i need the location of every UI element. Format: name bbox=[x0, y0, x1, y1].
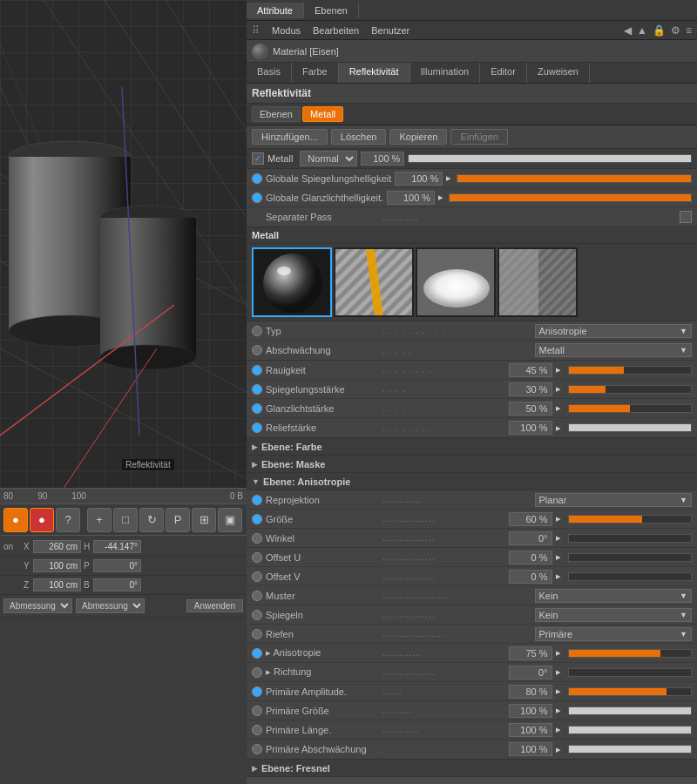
layer-opacity-slider[interactable] bbox=[408, 154, 692, 163]
tool-help[interactable]: ? bbox=[56, 508, 80, 532]
abschwachung-dot[interactable] bbox=[252, 345, 262, 355]
offset-u-value[interactable] bbox=[509, 551, 552, 564]
p-amplitude-dot[interactable] bbox=[252, 686, 262, 697]
anisotropie-val-slider[interactable] bbox=[568, 649, 693, 658]
glanzlichtstaerke-value[interactable] bbox=[509, 402, 552, 416]
ebene-maske-header[interactable]: ▶ Ebene: Maske bbox=[247, 456, 697, 473]
layer-opacity-input[interactable]: 100 % bbox=[361, 152, 404, 166]
more-icon[interactable]: ≡ bbox=[686, 24, 692, 37]
glanzlicht-st-dot[interactable] bbox=[252, 403, 262, 414]
winkel-dot[interactable] bbox=[252, 533, 262, 544]
winkel-slider[interactable] bbox=[568, 534, 693, 543]
richtung-value[interactable] bbox=[509, 666, 552, 679]
kopieren-button[interactable]: Kopieren bbox=[389, 129, 447, 145]
tool-grid[interactable]: ⊞ bbox=[192, 508, 216, 532]
spiegelungsstaerke-slider[interactable] bbox=[568, 385, 693, 394]
tab-farbe[interactable]: Farbe bbox=[292, 63, 339, 83]
lock-icon[interactable]: 🔒 bbox=[653, 24, 666, 37]
p-amplitude-slider[interactable] bbox=[568, 687, 693, 696]
abschwachung-dropdown[interactable]: Metall ▼ bbox=[535, 343, 693, 357]
abmessung-dropdown-1[interactable]: Abmessung bbox=[3, 598, 72, 613]
menu-modus[interactable]: Modus bbox=[272, 25, 301, 36]
tool-add[interactable]: + bbox=[87, 508, 112, 532]
tool-film[interactable]: ▣ bbox=[218, 508, 242, 532]
preview-mixed[interactable] bbox=[497, 247, 578, 317]
tab-attribute[interactable]: Attribute bbox=[247, 3, 304, 18]
ebene-anisotropie-header[interactable]: ▼ Ebene: Anisotropie bbox=[247, 473, 697, 490]
spiegelung-dot[interactable] bbox=[252, 173, 262, 184]
einfuegen-button[interactable]: Einfügen bbox=[450, 129, 507, 145]
richtung-dot[interactable] bbox=[252, 667, 262, 678]
riefen-dot[interactable] bbox=[252, 629, 262, 639]
tool-stop[interactable]: ● bbox=[30, 508, 54, 532]
spiegelung-st-stepper[interactable]: ▸ bbox=[556, 383, 565, 395]
prop-y-val[interactable]: 100 cm bbox=[33, 559, 81, 572]
tab-ebenen[interactable]: Ebenen bbox=[304, 3, 359, 18]
reliefstaerke-value[interactable] bbox=[509, 421, 552, 435]
arrow-up-icon[interactable]: ▲ bbox=[637, 24, 647, 37]
reprojektion-dot[interactable] bbox=[252, 495, 262, 505]
tab-illumination[interactable]: Illumination bbox=[410, 63, 481, 83]
p-amplitude-value[interactable] bbox=[509, 685, 552, 699]
relief-dot[interactable] bbox=[252, 422, 262, 433]
tool-rotate[interactable]: ↻ bbox=[139, 508, 164, 532]
p-abschwachung-dot[interactable] bbox=[252, 744, 262, 754]
tool-p[interactable]: P bbox=[166, 508, 190, 532]
ebene-fresnel-header[interactable]: ▶ Ebene: Fresnel bbox=[247, 760, 697, 777]
rauigkeit-stepper[interactable]: ▸ bbox=[556, 364, 565, 375]
offset-u-dot[interactable] bbox=[252, 552, 262, 563]
winkel-value[interactable] bbox=[509, 531, 552, 545]
p-laenge-value[interactable] bbox=[509, 723, 552, 737]
tool-play[interactable]: ● bbox=[3, 508, 28, 532]
offset-v-stepper[interactable]: ▸ bbox=[556, 571, 565, 582]
groesse-stepper[interactable]: ▸ bbox=[556, 513, 565, 524]
reliefstaerke-slider[interactable] bbox=[568, 423, 693, 432]
groesse-value[interactable] bbox=[509, 512, 552, 526]
p-laenge-slider[interactable] bbox=[568, 726, 693, 734]
riefen-dropdown[interactable]: Primäre ▼ bbox=[535, 627, 693, 641]
blend-mode-select[interactable]: Normal bbox=[300, 151, 357, 166]
prop-h-val[interactable]: -44.147° bbox=[93, 540, 141, 553]
abmessung-dropdown-2[interactable]: Abmessung bbox=[76, 598, 145, 613]
rauigkeit-dot[interactable] bbox=[252, 365, 262, 375]
hinzufuegen-button[interactable]: Hinzufügen... bbox=[252, 129, 328, 145]
glanzlicht-value[interactable] bbox=[387, 191, 435, 205]
offset-u-stepper[interactable]: ▸ bbox=[556, 551, 565, 563]
tool-box[interactable]: □ bbox=[113, 508, 138, 532]
loeschen-button[interactable]: Löschen bbox=[331, 129, 387, 145]
p-laenge-stepper[interactable]: ▸ bbox=[556, 724, 565, 735]
p-laenge-dot[interactable] bbox=[252, 725, 262, 735]
sep-pass-checkbox[interactable] bbox=[680, 211, 692, 223]
p-abschwachung-value[interactable] bbox=[509, 742, 552, 756]
p-groesse-value[interactable] bbox=[509, 704, 552, 718]
p-abschwachung-stepper[interactable]: ▸ bbox=[556, 744, 565, 755]
muster-dropdown[interactable]: Kein ▼ bbox=[535, 589, 693, 603]
winkel-stepper[interactable]: ▸ bbox=[556, 532, 565, 544]
prop-b-val[interactable]: 0° bbox=[93, 578, 141, 591]
tab-reflektivitaet[interactable]: Reflektivität bbox=[339, 63, 410, 83]
menu-bearbeiten[interactable]: Bearbeiten bbox=[313, 25, 359, 36]
spiegelungsstaerke-value[interactable] bbox=[509, 382, 552, 396]
prop-x-val[interactable]: 260 cm bbox=[33, 540, 81, 553]
subtab-metall[interactable]: Metall bbox=[302, 106, 343, 122]
richtung-stepper[interactable]: ▸ bbox=[556, 666, 565, 678]
tab-editor[interactable]: Editor bbox=[480, 63, 527, 83]
p-groesse-stepper[interactable]: ▸ bbox=[556, 705, 565, 716]
anisotropie-val-input[interactable] bbox=[509, 646, 552, 660]
spiegelung-value[interactable] bbox=[395, 172, 443, 186]
layer-visibility[interactable]: ✓ bbox=[252, 152, 264, 165]
offset-v-dot[interactable] bbox=[252, 571, 262, 582]
anwenden-button[interactable]: Anwenden bbox=[186, 599, 243, 612]
p-abschwachung-slider[interactable] bbox=[568, 745, 693, 754]
richtung-slider[interactable] bbox=[568, 668, 693, 677]
anisotropie-val-dot[interactable] bbox=[252, 648, 262, 659]
rauigkeit-slider[interactable] bbox=[568, 366, 693, 375]
p-groesse-slider[interactable] bbox=[568, 706, 693, 715]
subtab-ebenen[interactable]: Ebenen bbox=[252, 106, 301, 122]
groesse-slider[interactable] bbox=[568, 515, 693, 524]
offset-v-value[interactable] bbox=[509, 570, 552, 584]
preview-stripe[interactable] bbox=[334, 247, 414, 317]
p-amplitude-stepper[interactable]: ▸ bbox=[556, 686, 565, 697]
glanzlicht-slider[interactable] bbox=[449, 193, 692, 202]
tab-zuweisen[interactable]: Zuweisen bbox=[527, 63, 590, 83]
